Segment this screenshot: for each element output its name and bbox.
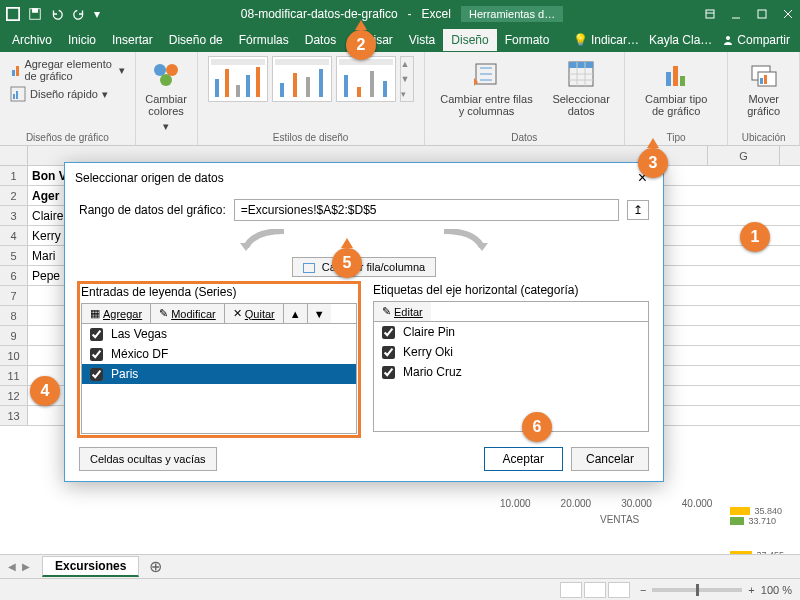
- series-move-down-button[interactable]: ▼: [308, 304, 331, 323]
- chart-type-icon: [660, 58, 692, 90]
- close-icon[interactable]: [782, 8, 794, 20]
- list-item: Mario Cruz: [374, 362, 648, 382]
- switch-row-column-dialog-button[interactable]: Cambiar fila/columna: [292, 257, 436, 277]
- save-icon[interactable]: [28, 7, 42, 21]
- change-colors-button[interactable]: Cambiar colores ▾: [146, 56, 187, 134]
- row-header[interactable]: 11: [0, 366, 28, 385]
- status-bar: −+ 100 %: [0, 578, 800, 600]
- tab-diseno-pagina[interactable]: Diseño de: [161, 29, 231, 51]
- series-move-up-button[interactable]: ▲: [284, 304, 308, 323]
- row-header[interactable]: 10: [0, 346, 28, 365]
- cell[interactable]: Ager: [28, 186, 63, 205]
- cell[interactable]: Pepe: [28, 266, 64, 285]
- categories-edit-button[interactable]: ✎ Editar: [374, 302, 431, 321]
- zoom-slider[interactable]: [652, 588, 742, 592]
- tab-formulas[interactable]: Fórmulas: [231, 29, 297, 51]
- quick-layout-button[interactable]: Diseño rápido ▾: [10, 84, 125, 104]
- dialog-title: Seleccionar origen de datos: [75, 171, 224, 185]
- tab-insertar[interactable]: Insertar: [104, 29, 161, 51]
- svg-rect-25: [764, 75, 767, 84]
- row-header[interactable]: 2: [0, 186, 28, 205]
- row-header[interactable]: 12: [0, 386, 28, 405]
- svg-point-15: [160, 74, 172, 86]
- hidden-cells-button[interactable]: Celdas ocultas y vacías: [79, 447, 217, 471]
- series-checkbox[interactable]: [90, 328, 103, 341]
- cell[interactable]: Kerry: [28, 226, 65, 245]
- svg-point-13: [154, 64, 166, 76]
- app-name: Excel: [422, 7, 451, 21]
- tab-inicio[interactable]: Inicio: [60, 29, 104, 51]
- list-item: México DF: [82, 344, 356, 364]
- categories-listbox[interactable]: Claire Pin Kerry Oki Mario Cruz: [373, 322, 649, 432]
- series-remove-button[interactable]: ✕ Quitar: [225, 304, 284, 323]
- col-header-g[interactable]: G: [708, 146, 780, 165]
- row-header[interactable]: 4: [0, 226, 28, 245]
- svg-rect-21: [680, 76, 685, 86]
- view-buttons[interactable]: [560, 582, 630, 598]
- category-checkbox[interactable]: [382, 326, 395, 339]
- chart-range-input[interactable]: [234, 199, 619, 221]
- cancel-button[interactable]: Cancelar: [571, 447, 649, 471]
- svg-rect-24: [760, 78, 763, 84]
- add-sheet-button[interactable]: ⊕: [143, 557, 168, 576]
- svg-point-6: [726, 36, 730, 40]
- callout-6: 6: [522, 412, 552, 442]
- ok-button[interactable]: Aceptar: [484, 447, 563, 471]
- add-chart-element-button[interactable]: Agregar elemento de gráfico ▾: [10, 56, 125, 84]
- zoom-control[interactable]: −+ 100 %: [640, 584, 792, 596]
- change-chart-type-button[interactable]: Cambiar tipo de gráfico: [635, 56, 718, 119]
- series-edit-button[interactable]: ✎ Modificar: [151, 304, 225, 323]
- tab-formato[interactable]: Formato: [497, 29, 558, 51]
- callout-4: 4: [30, 376, 60, 406]
- tell-me[interactable]: 💡 Indicar…: [573, 33, 639, 47]
- undo-icon[interactable]: [50, 7, 64, 21]
- cell[interactable]: Mari: [28, 246, 59, 265]
- series-listbox[interactable]: Las Vegas México DF Paris: [81, 324, 357, 434]
- minimize-icon[interactable]: [730, 8, 742, 20]
- ribbon-min-icon[interactable]: [704, 8, 716, 20]
- row-header[interactable]: 9: [0, 326, 28, 345]
- select-data-button[interactable]: Seleccionar datos: [548, 56, 613, 119]
- tab-datos[interactable]: Datos: [297, 29, 344, 51]
- category-checkbox[interactable]: [382, 366, 395, 379]
- row-header[interactable]: 13: [0, 406, 28, 425]
- list-item: Kerry Oki: [374, 342, 648, 362]
- legend-series-panel: Entradas de leyenda (Series) ▦ Agregar ✎…: [79, 283, 359, 436]
- quick-layout-icon: [10, 86, 26, 102]
- svg-rect-19: [666, 72, 671, 86]
- switch-row-column-button[interactable]: Cambiar entre filas y columnas: [435, 56, 539, 119]
- move-chart-button[interactable]: Mover gráfico: [738, 56, 789, 119]
- sheet-tab-excursiones[interactable]: Excursiones: [42, 556, 139, 577]
- sheet-nav[interactable]: ◀▶: [8, 561, 30, 572]
- tab-archivo[interactable]: Archivo: [4, 29, 60, 51]
- row-header[interactable]: 1: [0, 166, 28, 185]
- row-header[interactable]: 7: [0, 286, 28, 305]
- user-label[interactable]: Kayla Cla…: [649, 33, 712, 47]
- row-header[interactable]: 6: [0, 266, 28, 285]
- group-label-layouts: Diseños de gráfico: [10, 130, 125, 143]
- svg-rect-7: [12, 70, 15, 76]
- cell[interactable]: Claire: [28, 206, 67, 225]
- share-button[interactable]: Compartir: [722, 33, 790, 47]
- row-header[interactable]: 5: [0, 246, 28, 265]
- redo-icon[interactable]: [72, 7, 86, 21]
- series-checkbox[interactable]: [90, 348, 103, 361]
- series-checkbox[interactable]: [90, 368, 103, 381]
- context-tab-label: Herramientas d…: [461, 6, 563, 22]
- group-label-location: Ubicación: [738, 130, 789, 143]
- row-header[interactable]: 3: [0, 206, 28, 225]
- callout-5: 5: [332, 248, 362, 278]
- row-header[interactable]: 8: [0, 306, 28, 325]
- maximize-icon[interactable]: [756, 8, 768, 20]
- category-checkbox[interactable]: [382, 346, 395, 359]
- excel-icon: [6, 7, 20, 21]
- callout-1: 1: [740, 222, 770, 252]
- svg-rect-12: [16, 91, 18, 99]
- tab-vista[interactable]: Vista: [401, 29, 443, 51]
- chart-styles-gallery[interactable]: ▲▼▾: [208, 56, 414, 102]
- series-add-button[interactable]: ▦ Agregar: [82, 304, 151, 323]
- tab-diseno[interactable]: Diseño: [443, 29, 496, 51]
- svg-rect-3: [32, 9, 37, 13]
- category-axis-panel: Etiquetas del eje horizontal (categoría)…: [373, 283, 649, 436]
- range-picker-button[interactable]: ↥: [627, 200, 649, 220]
